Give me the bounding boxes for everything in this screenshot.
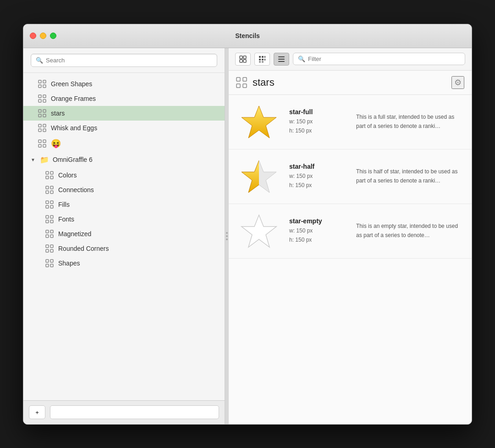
sidebar-group-omnigraffle6[interactable]: ▼ 📁 OmniGraffle 6 [23, 152, 225, 168]
item-description: This is a full star, intended to be used… [356, 113, 464, 130]
sidebar-item-connections[interactable]: Connections [23, 183, 225, 197]
filter-wrapper[interactable]: 🔍 [293, 53, 465, 65]
sidebar-item-fonts[interactable]: Fonts [23, 212, 225, 227]
view-list-button[interactable] [274, 53, 289, 66]
maximize-button[interactable] [50, 33, 56, 39]
search-input[interactable] [46, 57, 212, 64]
svg-rect-61 [278, 59, 285, 60]
svg-rect-66 [243, 84, 247, 88]
svg-rect-32 [46, 216, 49, 218]
close-button[interactable] [30, 33, 36, 39]
svg-rect-43 [50, 249, 53, 252]
svg-marker-71 [242, 215, 276, 247]
sidebar-item-rounded-corners[interactable]: Rounded Corners [23, 241, 225, 256]
svg-rect-46 [46, 264, 49, 267]
sidebar-item-stars[interactable]: stars [23, 106, 225, 121]
gear-button[interactable]: ⚙ [451, 76, 464, 89]
item-thumbnail-star-half [236, 156, 282, 197]
svg-rect-57 [264, 59, 265, 61]
svg-rect-38 [46, 235, 49, 238]
resize-handle[interactable] [225, 48, 229, 424]
panel-title: stars [253, 77, 446, 88]
item-width: w: 150 px [289, 117, 349, 126]
view-grid-button[interactable] [254, 53, 270, 66]
svg-rect-48 [240, 56, 242, 59]
svg-rect-50 [240, 60, 242, 62]
add-button[interactable]: + [29, 405, 45, 419]
sidebar-item-orange-frames[interactable]: Orange Frames [23, 91, 225, 106]
svg-rect-25 [50, 186, 53, 189]
svg-rect-56 [262, 59, 264, 61]
titlebar: Stencils [23, 24, 472, 48]
svg-rect-60 [278, 56, 285, 57]
sidebar-item-green-shapes[interactable]: Green Shapes [23, 77, 225, 91]
sidebar-item-whisk-and-eggs[interactable]: Whisk and Eggs [23, 121, 225, 135]
folder-icon: 📁 [40, 155, 49, 164]
svg-rect-2 [38, 85, 41, 88]
sidebar-item-label: stars [51, 110, 65, 117]
item-description: This is half of star, intended to be use… [356, 167, 464, 185]
grid-icon [45, 244, 54, 253]
item-row[interactable]: star-full w: 150 px h: 150 px This is a … [229, 95, 472, 149]
item-info-star-empty: star-empty w: 150 px h: 150 px [289, 217, 349, 244]
svg-rect-4 [38, 95, 41, 98]
emoji-label: 😝 [51, 138, 61, 149]
svg-rect-26 [46, 191, 49, 194]
item-thumbnail-star-full [236, 101, 282, 143]
search-wrapper[interactable]: 🔍 [31, 54, 217, 67]
sidebar-item-label: Colors [58, 171, 77, 179]
panel-header-icon [236, 77, 247, 88]
svg-rect-28 [46, 201, 49, 204]
filter-search-icon: 🔍 [298, 55, 305, 62]
svg-rect-34 [46, 220, 49, 223]
sidebar-item-label: Fonts [58, 216, 74, 223]
search-icon: 🔍 [36, 57, 43, 64]
item-list: star-full w: 150 px h: 150 px This is a … [229, 95, 472, 424]
svg-rect-49 [243, 56, 246, 59]
svg-rect-51 [243, 60, 246, 62]
sidebar-bottom: + [23, 400, 225, 424]
svg-rect-1 [43, 80, 46, 83]
sidebar-item-magnetized[interactable]: Magnetized [23, 227, 225, 241]
sidebar-item-shapes[interactable]: Shapes [23, 256, 225, 271]
item-name: star-full [289, 108, 349, 116]
svg-rect-23 [50, 176, 53, 179]
svg-marker-67 [242, 106, 276, 138]
item-row[interactable]: star-half w: 150 px h: 150 px This is ha… [229, 149, 472, 204]
svg-rect-42 [46, 249, 49, 252]
view-compact-button[interactable] [235, 53, 251, 66]
item-height: h: 150 px [289, 181, 349, 190]
panel-header: stars ⚙ [229, 71, 472, 95]
item-thumbnail-star-empty [236, 210, 282, 252]
svg-rect-27 [50, 191, 53, 194]
filter-input[interactable] [308, 55, 460, 62]
svg-rect-47 [50, 264, 53, 267]
sidebar-item-label: Green Shapes [51, 80, 92, 88]
grid-icon [38, 124, 46, 132]
grid-icon [38, 80, 46, 88]
right-panel: 🔍 stars ⚙ [229, 48, 472, 424]
sidebar: 🔍 Green Shapes [23, 48, 225, 424]
svg-rect-41 [50, 245, 53, 248]
sidebar-item-colors[interactable]: Colors [23, 168, 225, 183]
svg-rect-15 [43, 129, 46, 132]
sidebar-item-label: Rounded Corners [58, 245, 109, 252]
svg-rect-30 [46, 205, 49, 208]
group-label: OmniGraffle 6 [53, 156, 93, 163]
minimize-button[interactable] [40, 33, 46, 39]
svg-rect-64 [243, 77, 247, 81]
svg-rect-14 [38, 129, 41, 132]
svg-rect-21 [50, 171, 53, 174]
item-width: w: 150 px [289, 172, 349, 181]
sidebar-item-emoji[interactable]: 😝 [23, 135, 225, 152]
item-row[interactable]: star-empty w: 150 px h: 150 px This is a… [229, 204, 472, 259]
grid-icon [45, 171, 54, 179]
svg-rect-20 [46, 171, 49, 174]
name-input-area[interactable] [50, 405, 219, 419]
grid-icon [38, 139, 46, 148]
sidebar-item-fills[interactable]: Fills [23, 197, 225, 212]
disclosure-icon: ▼ [31, 157, 35, 162]
grid-icon [45, 200, 54, 209]
window-title: Stencils [235, 32, 260, 39]
grid-icon [45, 259, 54, 267]
